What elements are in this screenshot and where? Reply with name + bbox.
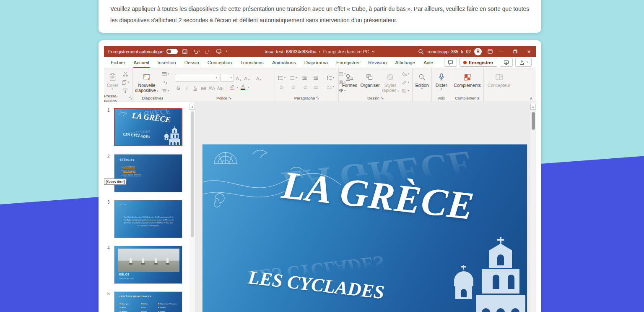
designer-button[interactable]: Concepteur — [486, 71, 512, 94]
character-spacing-button[interactable]: AV▾ — [208, 84, 216, 91]
new-slide-button[interactable]: Nouvelle diapositive ▾ — [134, 71, 159, 94]
share-icon — [519, 60, 525, 65]
present-button[interactable] — [500, 58, 513, 67]
underline-button[interactable]: S — [192, 84, 199, 91]
record-button[interactable]: Enregistrer — [460, 58, 497, 67]
thumb5-column-1: Amorgos Anafi Andros Antiparos — [119, 302, 129, 312]
columns-button[interactable]: ▾ — [325, 84, 335, 90]
search-icon[interactable] — [417, 46, 425, 57]
quick-styles-button[interactable]: Styles rapides ▾ — [381, 71, 400, 94]
tab-transitions[interactable]: Transitions — [236, 57, 268, 68]
save-icon[interactable] — [181, 46, 189, 57]
dialog-launcher-icon[interactable] — [381, 97, 384, 100]
thumbnail-slide-5[interactable]: LES ÎLES PRINCIPALES Amorgos Anafi Andro… — [114, 291, 182, 312]
thumbnail-slide-4[interactable]: DÉLOS Terrasse des Lions — [114, 246, 182, 284]
record-dot-icon — [463, 61, 467, 64]
editor-scrollbar[interactable]: ▲ — [530, 102, 536, 312]
separator — [323, 84, 323, 90]
thumbnail-slide-2[interactable]: SOMMAIRE Généralités Des images Quelques… — [114, 154, 182, 192]
dialog-launcher-icon[interactable] — [316, 97, 319, 100]
align-left-button[interactable] — [277, 84, 287, 90]
tab-affichage[interactable]: Affichage — [391, 57, 419, 68]
slide-editor-canvas[interactable]: LA GRÈCE LA GRÈCE LES CYCLADES LES CYCLA… — [195, 102, 530, 312]
tab-fichier[interactable]: Fichier — [106, 57, 130, 68]
grow-font-button[interactable]: A▲ — [235, 74, 242, 81]
cut-button[interactable] — [120, 71, 130, 77]
scrollbar-thumb[interactable] — [532, 112, 535, 130]
shape-fill-button[interactable]: ▾ — [400, 71, 410, 77]
scroll-up-icon[interactable]: ▲ — [530, 104, 536, 110]
thumbnail-scrollbar[interactable]: ▲ — [190, 102, 195, 312]
restore-button[interactable] — [508, 46, 522, 57]
tab-accueil[interactable]: Accueil — [130, 57, 153, 68]
font-size-combo[interactable]: ▾ — [221, 74, 234, 82]
copy-button[interactable]: ▾ — [120, 79, 130, 86]
new-slide-icon — [143, 73, 151, 81]
dropdown-icon: ▾ — [112, 88, 113, 91]
quick-access-chevron-icon[interactable]: ▾ — [226, 50, 227, 53]
instruction-card: Veuillez appliquer à toutes les diaposit… — [99, 0, 541, 33]
arrange-button[interactable]: Organiser — [360, 71, 380, 94]
shape-outline-button[interactable]: ▾ — [400, 79, 410, 86]
tab-revision[interactable]: Révision — [364, 57, 391, 68]
share-button[interactable]: ▾ — [515, 58, 532, 67]
avatar[interactable]: R — [474, 48, 482, 55]
group-label-editing — [413, 95, 431, 102]
account-name[interactable]: remoteapp_365_fr_02 — [428, 49, 471, 54]
autosave-toggle[interactable] — [166, 49, 178, 54]
scroll-up-icon[interactable]: ▲ — [190, 104, 195, 110]
tab-aide[interactable]: Aide — [419, 57, 437, 68]
font-color-button[interactable]: A — [239, 84, 247, 91]
align-center-button[interactable] — [288, 84, 298, 90]
numbering-button[interactable]: ▾ — [288, 75, 298, 81]
strikethrough-button[interactable]: ab — [200, 84, 207, 91]
slide-number-3: 3 — [107, 200, 110, 205]
document-title[interactable]: tosa_test_680f34d83cfba • Enregistré dan… — [265, 46, 375, 57]
redo-icon[interactable] — [203, 46, 212, 57]
change-case-button[interactable]: Aa▾ — [217, 84, 224, 91]
link: Quelques chiffres — [122, 173, 141, 177]
tab-diaporama[interactable]: Diaporama — [300, 57, 332, 68]
main-slide[interactable]: LA GRÈCE LA GRÈCE LES CYCLADES LES CYCLA… — [203, 144, 527, 312]
line-spacing-button[interactable]: ▾ — [325, 75, 335, 81]
shrink-font-button[interactable]: A▼ — [244, 74, 251, 81]
thumbnail-slide-1[interactable]: LA GRÈCE LA GRÈCE LES CYCLADES LES CYCLA… — [114, 108, 182, 146]
font-name-combo[interactable]: ▾ — [175, 74, 219, 82]
clear-formatting-button[interactable]: A◤ — [255, 74, 262, 81]
tab-conception[interactable]: Conception — [203, 57, 236, 68]
layout-button[interactable]: ▾ — [160, 71, 170, 77]
tab-enregistrer[interactable]: Enregistrer — [332, 57, 364, 68]
undo-icon[interactable]: ▾ — [192, 46, 200, 57]
align-right-button[interactable] — [299, 84, 309, 90]
slide-number-4: 4 — [107, 246, 110, 250]
scrollbar-thumb[interactable] — [191, 111, 194, 237]
paste-button[interactable]: Coller ▾ — [106, 71, 119, 94]
section-button[interactable]: ▾ — [160, 87, 170, 94]
bullets-button[interactable]: ▾ — [277, 75, 287, 81]
window-layout-icon[interactable] — [486, 46, 494, 57]
collapse-ribbon-icon[interactable]: ∧ — [530, 96, 532, 100]
close-button[interactable]: × — [522, 46, 536, 57]
bold-button[interactable]: G — [175, 84, 182, 91]
dialog-launcher-icon[interactable] — [129, 97, 132, 100]
comments-button[interactable] — [444, 58, 457, 67]
shape-effects-button[interactable]: ▾ — [400, 87, 410, 94]
shapes-button[interactable]: Formes — [340, 71, 359, 94]
group-slides: Nouvelle diapositive ▾ ▾ ▾ — [132, 68, 173, 102]
editing-button[interactable]: Édition ▾ — [414, 71, 430, 94]
decrease-indent-button[interactable] — [299, 75, 309, 81]
tab-animations[interactable]: Animations — [268, 57, 300, 68]
reset-slide-button[interactable] — [160, 79, 170, 86]
highlight-color-button[interactable] — [229, 84, 236, 91]
dialog-launcher-icon[interactable] — [229, 97, 231, 100]
thumbnail-slide-3[interactable]: Les Cyclades (en grec Kyklades) sont des… — [114, 200, 182, 238]
italic-button[interactable]: I — [183, 84, 190, 91]
dictate-button[interactable]: Dicter ▾ — [434, 71, 449, 94]
addins-button[interactable]: Compléments — [453, 71, 482, 94]
minimize-button[interactable]: — — [494, 46, 508, 57]
touch-mode-icon[interactable] — [215, 46, 223, 57]
tab-dessin[interactable]: Dessin — [180, 57, 203, 68]
justify-button[interactable] — [311, 84, 321, 90]
increase-indent-button[interactable] — [311, 75, 321, 81]
tab-insertion[interactable]: Insertion — [153, 57, 180, 68]
